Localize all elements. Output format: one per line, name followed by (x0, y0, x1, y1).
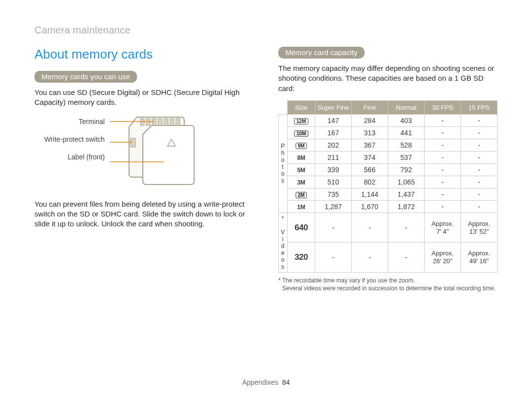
cell-30fps: - (425, 139, 461, 151)
cell-15fps: - (461, 151, 498, 163)
cell-normal: 537 (388, 151, 425, 163)
svg-rect-7 (131, 138, 135, 147)
svg-rect-1 (146, 119, 150, 125)
cell-sf: 202 (315, 139, 352, 151)
table-row: 5M339566792-- (279, 163, 498, 176)
th-15fps: 15 FPS (461, 100, 498, 114)
side-label-photos: Photos (279, 114, 288, 213)
cell-15fps: - (461, 139, 498, 151)
svg-rect-0 (140, 119, 144, 125)
cell-30fps: Approx.7' 4" (425, 213, 461, 243)
cell-sf: 339 (315, 163, 352, 176)
cell-fine: 566 (352, 163, 388, 176)
cell-size: 640 (288, 213, 315, 243)
label-terminal: Terminal (44, 118, 105, 125)
table-row: 3M5108021,065-- (279, 176, 498, 188)
cell-15fps: Approx.49' 16" (461, 243, 498, 273)
cell-normal: 403 (388, 114, 425, 126)
subhead-memory-card-capacity: Memory card capacity (278, 47, 365, 59)
subhead-memory-cards-you-can-use: Memory cards you can use (34, 71, 137, 83)
cell-15fps: - (461, 163, 498, 176)
label-front: Label (front) (44, 153, 105, 161)
cell-fine: 284 (352, 114, 388, 126)
cell-30fps: - (425, 188, 461, 200)
cell-fine: - (352, 243, 388, 273)
capacity-table: Size Super Fine Fine Normal 30 FPS 15 FP… (278, 100, 498, 273)
cell-sf: 735 (315, 188, 352, 200)
cell-normal: 1,065 (388, 176, 425, 188)
cell-sf: 167 (315, 126, 352, 139)
table-row: 8M211374537-- (279, 151, 498, 163)
cell-normal: - (388, 213, 425, 243)
cell-size: 5M (288, 163, 315, 176)
svg-rect-5 (170, 119, 174, 125)
cell-size: 8M (288, 151, 315, 163)
sd-card-icon (110, 115, 203, 190)
cell-fine: 802 (352, 176, 388, 188)
footer-page-number: 84 (282, 378, 290, 386)
side-label-videos: *Videos (279, 213, 288, 272)
cell-fine: 1,144 (352, 188, 388, 200)
table-row: 320---Approx.26' 20"Approx.49' 16" (279, 243, 498, 273)
breadcrumb: Camera maintenance (34, 25, 498, 36)
table-row: Photos12M147284403-- (279, 114, 498, 126)
cell-30fps: - (425, 114, 461, 126)
left-column: About memory cards Memory cards you can … (34, 47, 254, 373)
cell-fine: - (352, 213, 388, 243)
page-footer: Appendixes 84 (34, 373, 498, 386)
cell-sf: 211 (315, 151, 352, 163)
paragraph-usable-cards: You can use SD (Secure Digital) or SDHC … (34, 88, 254, 108)
cell-size: 10M (288, 126, 315, 139)
cell-normal: 528 (388, 139, 425, 151)
svg-rect-2 (152, 119, 156, 125)
page-title: About memory cards (34, 47, 254, 62)
cell-sf: 147 (315, 114, 352, 126)
cell-sf: - (315, 213, 352, 243)
cell-30fps: - (425, 200, 461, 213)
cell-fine: 313 (352, 126, 388, 139)
cell-size: 1M (288, 200, 315, 213)
cell-normal: 1,437 (388, 188, 425, 200)
table-row: 2M7351,1441,437-- (279, 188, 498, 200)
th-superfine: Super Fine (315, 100, 352, 114)
svg-rect-3 (158, 119, 162, 125)
footnote: * The recordable time may vary if you us… (278, 277, 498, 292)
right-column: Memory card capacity The memory capacity… (278, 47, 498, 373)
cell-normal: 441 (388, 126, 425, 139)
paragraph-write-protect: You can prevent files from being deleted… (34, 199, 254, 229)
cell-size: 3M (288, 176, 315, 188)
cell-15fps: - (461, 188, 498, 200)
cell-30fps: - (425, 176, 461, 188)
cell-sf: - (315, 243, 352, 273)
footer-section: Appendixes (242, 378, 278, 386)
th-normal: Normal (388, 100, 425, 114)
cell-size: 320 (288, 243, 315, 273)
cell-fine: 1,670 (352, 200, 388, 213)
cell-sf: 510 (315, 176, 352, 188)
cell-30fps: - (425, 126, 461, 139)
table-row: *Videos640---Approx.7' 4"Approx.13' 52" (279, 213, 498, 243)
cell-size: 12M (288, 114, 315, 126)
cell-15fps: - (461, 114, 498, 126)
cell-30fps: Approx.26' 20" (425, 243, 461, 273)
cell-30fps: - (425, 163, 461, 176)
table-row: 9M202367528-- (279, 139, 498, 151)
cell-30fps: - (425, 151, 461, 163)
cell-15fps: - (461, 200, 498, 213)
cell-fine: 367 (352, 139, 388, 151)
cell-normal: - (388, 243, 425, 273)
cell-size: 2M (288, 188, 315, 200)
cell-normal: 792 (388, 163, 425, 176)
cell-15fps: Approx.13' 52" (461, 213, 498, 243)
svg-rect-6 (176, 119, 180, 125)
cell-normal: 1,872 (388, 200, 425, 213)
cell-fine: 374 (352, 151, 388, 163)
cell-size: 9M (288, 139, 315, 151)
table-header-row: Size Super Fine Fine Normal 30 FPS 15 FP… (279, 100, 498, 114)
sd-card-figure: Terminal Write-protect switch Label (fro… (44, 115, 254, 190)
svg-rect-4 (164, 119, 168, 125)
table-row: 10M167313441-- (279, 126, 498, 139)
th-30fps: 30 FPS (425, 100, 461, 114)
th-fine: Fine (352, 100, 388, 114)
cell-15fps: - (461, 126, 498, 139)
